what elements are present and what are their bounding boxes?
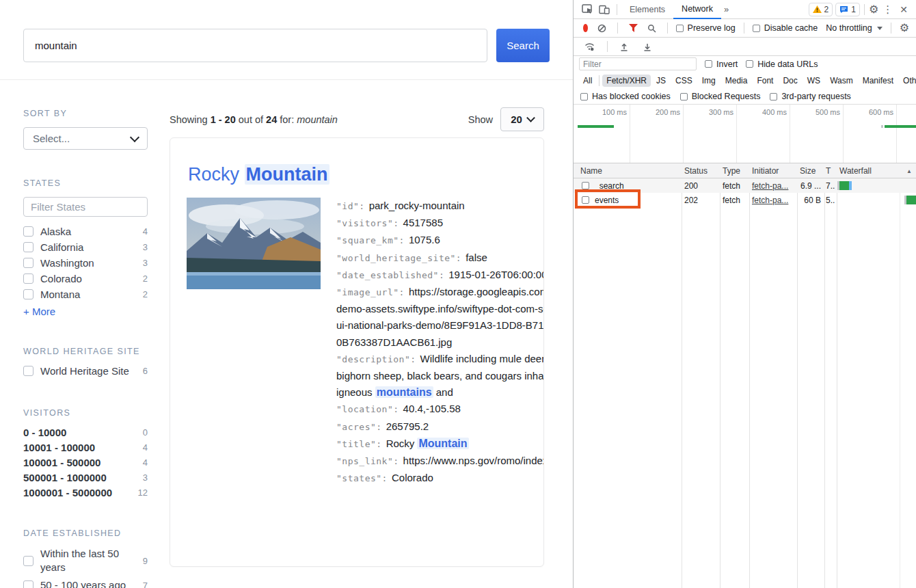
type-filter-font[interactable]: Font (753, 75, 777, 87)
col-initiator[interactable]: Initiator (749, 166, 797, 176)
checkbox[interactable] (23, 366, 33, 376)
checkbox[interactable] (23, 226, 33, 237)
more-tabs-icon[interactable]: » (721, 4, 731, 14)
type-filter-css[interactable]: CSS (671, 75, 697, 87)
column-divider[interactable] (837, 163, 837, 588)
type-filter-img[interactable]: Img (698, 75, 720, 87)
waterfall-cell[interactable] (837, 178, 916, 193)
checkbox[interactable] (676, 25, 684, 32)
type-filter-all[interactable]: All (579, 75, 596, 87)
result-card: Rocky Mountain (170, 137, 544, 567)
issues-badge[interactable]: 1 (835, 3, 860, 16)
clear-icon[interactable] (595, 24, 609, 33)
result-title[interactable]: Rocky Mountain (188, 164, 527, 185)
throttling-select[interactable]: No throttling (826, 23, 882, 33)
invert-checkbox[interactable]: Invert (705, 59, 738, 69)
type-filter-doc[interactable]: Doc (779, 75, 801, 87)
field-nps-link: "nps_link":https://www.nps.gov/romo/inde… (336, 453, 544, 470)
facet-option-montana[interactable]: Montana 2 (23, 289, 148, 300)
type-filter-js[interactable]: JS (652, 75, 670, 87)
tab-elements[interactable]: Elements (621, 0, 673, 19)
column-divider[interactable] (682, 163, 682, 588)
more-link[interactable]: + More (23, 306, 148, 317)
visitors-range-3[interactable]: 100001 - 500000 4 (23, 457, 148, 468)
network-conditions-row (574, 38, 916, 56)
tab-network[interactable]: Network (673, 0, 721, 19)
network-conditions-icon[interactable] (582, 42, 597, 51)
type-filter-media[interactable]: Media (721, 75, 752, 87)
network-overview-timeline[interactable]: 100 ms 200 ms 300 ms 400 ms 500 ms 600 m… (574, 104, 916, 163)
checkbox[interactable] (580, 93, 588, 101)
col-name[interactable]: Name (574, 166, 682, 176)
hide-data-urls-checkbox[interactable]: Hide data URLs (746, 59, 818, 69)
inspect-element-icon[interactable] (579, 4, 596, 14)
checkbox[interactable] (23, 580, 33, 588)
checkbox[interactable] (23, 258, 33, 268)
facet-option-world-heritage[interactable]: World Heritage Site 6 (23, 365, 148, 377)
checkbox[interactable] (582, 182, 589, 189)
facet-option-california[interactable]: California 3 (23, 241, 148, 253)
checkbox[interactable] (705, 60, 712, 68)
request-initiator-link[interactable]: fetch-pa... (749, 181, 797, 191)
waterfall-cell[interactable] (837, 193, 916, 207)
network-filter-input[interactable] (579, 57, 697, 70)
blocked-cookies-checkbox[interactable]: Has blocked cookies (580, 92, 671, 101)
search-icon[interactable] (645, 24, 659, 33)
facet-option-last-50-years[interactable]: Within the last 50 years 9 (23, 547, 148, 574)
col-type[interactable]: Type (720, 166, 749, 176)
disable-cache-checkbox[interactable]: Disable cache (753, 23, 818, 33)
type-filter-wasm[interactable]: Wasm (826, 75, 857, 87)
col-time[interactable]: T (824, 166, 837, 176)
checkbox[interactable] (753, 25, 760, 32)
col-waterfall[interactable]: Waterfall (837, 166, 916, 176)
page-size-select[interactable]: 20 (500, 107, 544, 131)
request-type: fetch (720, 196, 749, 205)
checkbox[interactable] (23, 242, 33, 252)
visitors-range-2[interactable]: 10001 - 100000 4 (23, 442, 148, 453)
type-filter-fetch-xhr[interactable]: Fetch/XHR (602, 75, 651, 87)
gridline (896, 105, 897, 163)
kebab-menu-icon[interactable]: ⋮ (878, 3, 897, 16)
import-har-icon[interactable] (617, 42, 631, 51)
export-har-icon[interactable] (641, 42, 654, 51)
blocked-requests-checkbox[interactable]: Blocked Requests (680, 92, 761, 101)
checkbox[interactable] (23, 556, 33, 566)
facet-option-colorado[interactable]: Colorado 2 (23, 273, 148, 284)
facet-label: California (40, 241, 83, 253)
visitors-range-5[interactable]: 1000001 - 5000000 12 (23, 487, 148, 498)
checkbox[interactable] (23, 273, 33, 284)
col-size[interactable]: Size (797, 166, 824, 176)
column-divider[interactable] (797, 163, 798, 588)
visitors-range-1[interactable]: 0 - 10000 0 (23, 427, 148, 438)
col-status[interactable]: Status (682, 166, 720, 176)
network-settings-gear-icon[interactable]: ⚙ (900, 23, 909, 34)
third-party-checkbox[interactable]: 3rd-party requests (770, 92, 850, 101)
type-filter-other[interactable]: Other (899, 75, 916, 87)
facet-option-50-100-years[interactable]: 50 - 100 years ago 7 (23, 578, 148, 588)
checkbox[interactable] (746, 60, 753, 68)
column-divider[interactable] (824, 163, 825, 588)
checkbox[interactable] (23, 289, 33, 299)
filter-funnel-icon[interactable] (626, 24, 641, 32)
sort-ascending-icon[interactable]: ▲ (906, 168, 912, 174)
checkbox[interactable] (770, 93, 777, 101)
filter-states-input[interactable] (23, 197, 148, 217)
column-divider[interactable] (720, 163, 720, 588)
checkbox[interactable] (680, 93, 688, 101)
column-divider[interactable] (749, 163, 750, 588)
device-toolbar-icon[interactable] (596, 5, 612, 14)
record-button[interactable] (583, 24, 588, 32)
type-filter-manifest[interactable]: Manifest (859, 75, 898, 87)
facet-option-alaska[interactable]: Alaska 4 (23, 226, 148, 237)
close-icon[interactable]: ✕ (897, 4, 911, 15)
type-filter-ws[interactable]: WS (803, 75, 824, 87)
settings-gear-icon[interactable]: ⚙ (869, 4, 878, 15)
request-initiator-link[interactable]: fetch-pa... (749, 196, 797, 205)
visitors-range-4[interactable]: 500001 - 1000000 3 (23, 472, 148, 483)
sort-select[interactable]: Select... (23, 127, 148, 150)
preserve-log-checkbox[interactable]: Preserve log (676, 23, 736, 33)
search-input[interactable] (23, 29, 487, 62)
warnings-badge[interactable]: 2 (809, 3, 833, 16)
facet-option-washington[interactable]: Washington 3 (23, 257, 148, 269)
search-button[interactable]: Search (496, 29, 550, 62)
